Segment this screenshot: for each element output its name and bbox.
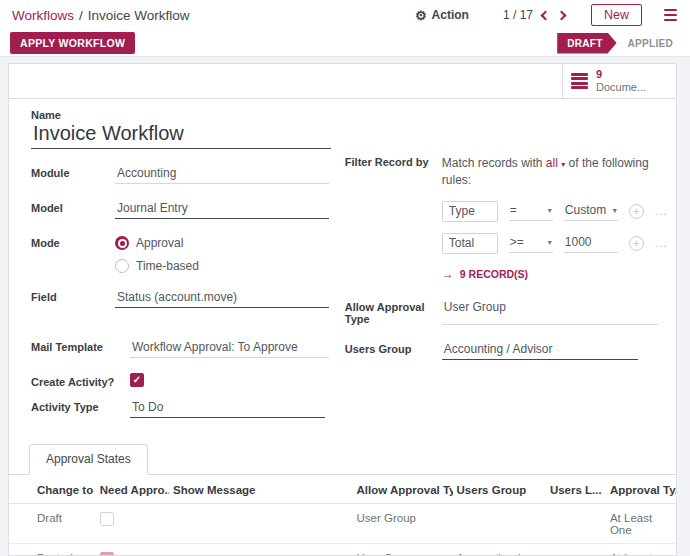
chevron-down-icon: ▾ bbox=[548, 206, 552, 215]
name-label: Name bbox=[31, 109, 329, 121]
allow-approval-type-input[interactable]: User Group bbox=[442, 298, 658, 325]
action-menu-button[interactable]: ⚙ Action bbox=[415, 8, 469, 23]
cell-change-to: Posted bbox=[9, 544, 96, 556]
col-change-to-status[interactable]: Change to St... bbox=[9, 475, 96, 504]
create-activity-checkbox[interactable] bbox=[130, 373, 144, 387]
documents-stat-button[interactable]: 9 Docume... bbox=[562, 64, 676, 98]
mode-field-group: Mode Approval Time-based bbox=[31, 234, 329, 273]
add-rule-icon[interactable]: + bbox=[629, 204, 644, 219]
module-field-group: Module Accounting bbox=[31, 164, 329, 184]
cell-change-to: Draft bbox=[9, 504, 96, 544]
rule-field-input[interactable]: Total bbox=[442, 233, 498, 254]
module-label: Module bbox=[31, 164, 115, 184]
col-users-group[interactable]: Users Group bbox=[453, 475, 546, 504]
mail-template-input[interactable]: Workflow Approval: To Approve bbox=[130, 338, 329, 358]
rule-options-icon[interactable]: ... bbox=[655, 236, 668, 250]
content-area: 9 Docume... Name Invoice Workflow Module… bbox=[0, 57, 690, 556]
cell-allow-approval-type: User Group bbox=[352, 544, 452, 556]
mode-time-based-label: Time-based bbox=[136, 259, 199, 273]
match-prefix: Match records with bbox=[442, 156, 543, 170]
radio-approval-icon[interactable] bbox=[115, 236, 129, 250]
model-input[interactable]: Journal Entry bbox=[115, 199, 329, 219]
notebook: Approval States Change to St... Need App… bbox=[9, 444, 676, 556]
apply-workflow-button[interactable]: APPLY WORKFLOW bbox=[10, 32, 135, 54]
mode-label: Mode bbox=[31, 234, 115, 273]
records-count-link[interactable]: → 9 RECORD(S) bbox=[442, 267, 668, 281]
cell-users-level bbox=[546, 504, 606, 544]
rule-operator-select[interactable]: >=▾ bbox=[509, 233, 553, 253]
cell-allow-approval-type: User Group bbox=[352, 504, 452, 544]
pager-previous-icon[interactable] bbox=[541, 10, 551, 20]
chevron-down-icon: ▾ bbox=[613, 206, 617, 215]
arrow-right-icon: → bbox=[442, 267, 454, 281]
activity-type-group: Activity Type To Do bbox=[31, 398, 329, 418]
tab-bar: Approval States bbox=[9, 444, 676, 475]
cell-users-group bbox=[453, 504, 546, 544]
rule-value-input[interactable]: 1000 bbox=[564, 233, 618, 253]
breadcrumb-record-title: Invoice Workflow bbox=[88, 8, 190, 23]
hamburger-menu-icon[interactable] bbox=[664, 9, 677, 22]
radio-time-based-icon[interactable] bbox=[115, 259, 129, 273]
record-pager: 1 / 17 bbox=[503, 8, 565, 22]
col-allow-approval-type[interactable]: Allow Approval Ty... bbox=[352, 475, 452, 504]
rule-value-select[interactable]: Custom▾ bbox=[564, 201, 618, 221]
rule-options-icon[interactable]: ... bbox=[655, 204, 668, 218]
module-input[interactable]: Accounting bbox=[115, 164, 329, 184]
table-row-draft[interactable]: Draft User Group At Least One bbox=[9, 504, 676, 544]
top-actions: ⚙ Action 1 / 17 New bbox=[415, 4, 677, 26]
chevron-down-icon: ▾ bbox=[548, 238, 552, 247]
breadcrumb-separator: / bbox=[79, 8, 83, 23]
model-label: Model bbox=[31, 199, 115, 219]
field-input[interactable]: Status (account.move) bbox=[115, 288, 329, 308]
status-draft[interactable]: DRAFT bbox=[557, 33, 616, 54]
documents-label: Docume... bbox=[596, 81, 646, 94]
filter-record-label: Filter Record by bbox=[345, 153, 442, 281]
cell-users-group: Accounting / Advisor bbox=[453, 544, 546, 556]
chevron-down-icon: ▾ bbox=[561, 160, 565, 169]
name-input[interactable]: Invoice Workflow bbox=[31, 121, 331, 149]
need-approval-checkbox[interactable] bbox=[100, 512, 114, 526]
new-button[interactable]: New bbox=[591, 4, 642, 26]
field-field-group: Field Status (account.move) bbox=[31, 288, 329, 308]
mode-approval-label: Approval bbox=[136, 236, 183, 250]
mail-template-group: Mail Template Workflow Approval: To Appr… bbox=[31, 338, 329, 358]
mail-template-label: Mail Template bbox=[31, 338, 130, 358]
rule-field-input[interactable]: Type bbox=[442, 201, 498, 222]
status-applied[interactable]: APPLIED bbox=[617, 33, 684, 54]
col-show-message[interactable]: Show Message bbox=[169, 475, 352, 504]
model-field-group: Model Journal Entry bbox=[31, 199, 329, 219]
col-need-approval[interactable]: Need Appro... bbox=[96, 475, 169, 504]
rule-operator-select[interactable]: =▾ bbox=[509, 201, 553, 221]
pager-value[interactable]: 1 / 17 bbox=[503, 8, 533, 22]
allow-approval-type-group: Allow Approval Type User Group bbox=[345, 298, 658, 325]
name-field-group: Name Invoice Workflow bbox=[31, 109, 329, 149]
action-menu-label: Action bbox=[432, 8, 469, 22]
status-bar: DRAFT APPLIED bbox=[557, 33, 684, 54]
pager-next-icon[interactable] bbox=[557, 10, 567, 20]
col-approval-type[interactable]: Approval Ty... bbox=[606, 475, 676, 504]
add-rule-icon[interactable]: + bbox=[629, 236, 644, 251]
users-group-group: Users Group Accounting / Advisor bbox=[345, 340, 658, 360]
mode-option-time-based[interactable]: Time-based bbox=[115, 259, 199, 273]
table-row-posted[interactable]: Posted Invoice is under reviewing proces… bbox=[9, 544, 676, 556]
cell-users-level bbox=[546, 544, 606, 556]
need-approval-checkbox[interactable] bbox=[100, 552, 114, 556]
top-bar: Workflows / Invoice Workflow ⚙ Action 1 … bbox=[0, 0, 690, 30]
tab-approval-states[interactable]: Approval States bbox=[29, 444, 148, 475]
users-group-input[interactable]: Accounting / Advisor bbox=[442, 340, 638, 360]
cell-show-message: Invoice is under reviewing process. Plea… bbox=[169, 544, 352, 556]
col-users-level[interactable]: Users L... bbox=[546, 475, 606, 504]
filter-rule-row: Total >=▾ 1000 + ... bbox=[442, 233, 668, 254]
users-group-label: Users Group bbox=[345, 340, 442, 360]
breadcrumb-workflows-link[interactable]: Workflows bbox=[12, 8, 74, 23]
document-lines-icon bbox=[571, 73, 588, 90]
control-bar: APPLY WORKFLOW DRAFT APPLIED bbox=[0, 30, 690, 57]
button-box: 9 Docume... bbox=[8, 63, 677, 99]
gear-icon: ⚙ bbox=[415, 8, 427, 23]
approval-states-table: Change to St... Need Appro... Show Messa… bbox=[9, 475, 676, 556]
allow-approval-type-label: Allow Approval Type bbox=[345, 298, 442, 325]
activity-type-input[interactable]: To Do bbox=[130, 398, 325, 418]
match-all-dropdown[interactable]: all ▾ bbox=[546, 156, 565, 170]
mode-option-approval[interactable]: Approval bbox=[115, 236, 199, 250]
filter-record-group: Filter Record by Match records with all … bbox=[345, 153, 658, 281]
